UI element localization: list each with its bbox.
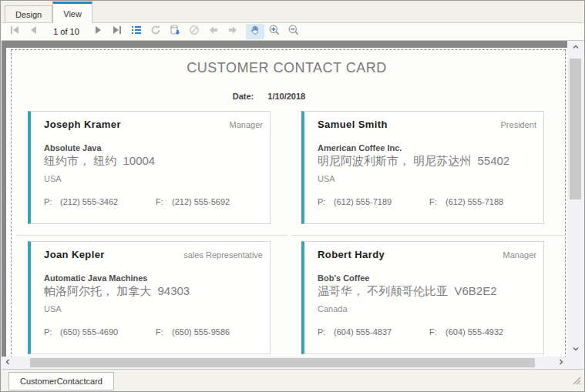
report-preview-area[interactable]: CUSTOMER CONTACT CARD Date: 1/10/2018 Jo… [2,41,567,357]
vertical-scrollbar[interactable] [567,41,583,357]
contact-address: 纽约市， 纽约 10004 [44,154,155,169]
previous-page-icon [28,24,40,39]
horizontal-scrollbar[interactable] [2,357,567,369]
page-indicator: 1 of 10 [44,27,89,36]
cancel-icon [188,24,200,39]
pan-hand-icon [249,24,261,39]
fax-number: (612) 555-7188 [445,197,503,206]
fax-number: (212) 555-5692 [172,197,230,206]
contact-company: Bob's Coffee [318,273,369,283]
contact-address: 温哥华， 不列颠哥伦比亚 V6B2E2 [318,284,497,299]
phone-number: (604) 555-4837 [334,327,429,337]
contact-name: Joan Kepler [44,249,105,260]
report-date-row: Date: 1/10/2018 [2,92,550,101]
chevron-down-icon [571,343,580,357]
chevron-right-icon [556,356,566,370]
history-back-button[interactable] [204,24,223,39]
contact-company: Automatic Java Machines [44,273,148,283]
contact-name: Samuel Smith [318,119,388,130]
pan-hand-button[interactable] [246,24,264,39]
previous-page-button[interactable] [25,24,43,39]
fax-label: F: [156,327,172,337]
first-page-icon [8,24,21,39]
contact-card: Samuel Smith President American Coffee I… [301,111,544,224]
phone-label: P: [44,197,60,206]
contact-address: 帕洛阿尔托， 加拿大 94303 [44,284,190,299]
phone-label: P: [318,197,334,206]
fax-number: (650) 555-9586 [172,327,230,337]
contact-phones: P:(612) 555-7189F:(612) 555-7188 [318,197,503,206]
fax-label: F: [156,197,172,206]
zoom-in-icon [268,24,281,39]
contact-address: 明尼阿波利斯市， 明尼苏达州 55402 [318,154,509,169]
row-separator [291,235,566,236]
contact-phones: P:(212) 555-3462F:(212) 555-5692 [44,197,230,206]
first-page-button[interactable] [5,24,24,39]
contact-job-title: President [501,120,536,129]
contact-card: Joan Kepler sales Representative Automat… [28,241,271,354]
history-forward-button[interactable] [224,24,242,39]
report-title: CUSTOMER CONTACT CARD [6,60,567,76]
contact-job-title: Manager [503,250,536,260]
scroll-down-button[interactable] [567,343,583,357]
table-of-contents-button[interactable] [127,24,146,39]
scroll-left-button[interactable] [2,357,14,369]
contact-job-title: sales Representative [183,250,263,260]
tab-design[interactable]: Design [5,5,52,22]
phone-label: P: [318,327,334,337]
fax-label: F: [429,327,445,337]
row-separator [16,235,287,236]
contact-country: USA [318,174,335,183]
contact-job-title: Manager [230,120,263,129]
chevron-left-icon [3,356,12,370]
zoom-out-button[interactable] [284,24,303,39]
contact-card: Robert Hardy Manager Bob's Coffee 温哥华， 不… [301,241,544,354]
history-forward-icon [227,24,239,39]
phone-number: (212) 555-3462 [60,197,156,206]
date-label: Date: [233,92,254,101]
refresh-button[interactable] [146,24,165,39]
report-viewer-window: Design View 1 of 10 [0,0,585,392]
phone-label: P: [44,327,60,337]
vertical-scroll-thumb[interactable] [570,59,581,199]
phone-number: (612) 555-7189 [334,197,429,206]
contact-phones: P:(604) 555-4837F:(604) 555-4932 [318,327,503,337]
table-of-contents-icon [130,24,143,39]
fax-number: (604) 555-4932 [445,327,503,337]
fax-label: F: [429,197,445,206]
zoom-out-icon [287,24,300,39]
view-mode-tabbar: Design View [2,1,583,23]
contact-phones: P:(650) 555-4690F:(650) 555-9586 [44,327,230,337]
cancel-button[interactable] [185,24,203,39]
history-back-icon [207,24,220,39]
contact-name: Robert Hardy [318,249,385,260]
export-button[interactable] [166,24,184,39]
refresh-icon [150,24,162,39]
tab-view[interactable]: View [52,2,92,23]
report-sheet-tab[interactable]: CustomerContactcard [8,372,114,390]
scroll-right-button[interactable] [555,357,567,369]
contact-name: Joseph Kramer [44,119,121,130]
horizontal-scroll-thumb[interactable] [30,358,535,367]
next-page-icon [92,24,104,39]
scrollbar-corner [567,357,583,369]
resize-grip-icon[interactable] [570,374,581,388]
contact-country: Canada [318,304,348,313]
export-icon [169,24,181,39]
next-page-button[interactable] [89,24,107,39]
contact-company: American Coffee Inc. [318,143,402,152]
chevron-up-icon [571,41,580,55]
report-page: CUSTOMER CONTACT CARD Date: 1/10/2018 Jo… [6,48,567,357]
contact-company: Absolute Java [44,143,102,152]
last-page-icon [111,24,123,39]
viewer-toolbar: 1 of 10 [2,23,583,41]
last-page-button[interactable] [108,24,126,39]
bottom-bar: CustomerContactcard [2,369,583,390]
contact-country: USA [44,174,62,183]
zoom-in-button[interactable] [265,24,284,39]
scroll-up-button[interactable] [567,41,583,55]
phone-number: (650) 555-4690 [60,327,156,337]
date-value: 1/10/2018 [267,92,305,101]
contact-card: Joseph Kramer Manager Absolute Java 纽约市，… [28,111,271,224]
contact-country: USA [44,304,62,313]
